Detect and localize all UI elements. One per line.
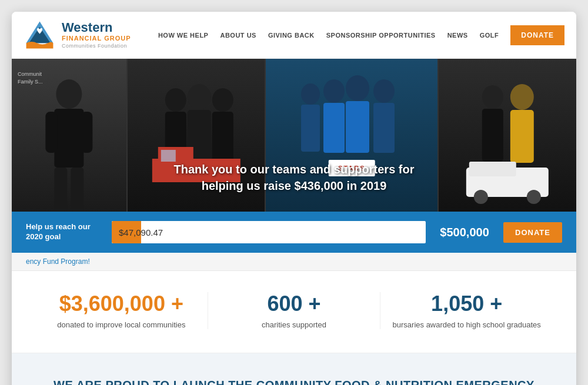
svg-rect-2 — [45, 112, 57, 153]
stat-number-bursaries: 1,050 + — [380, 292, 553, 316]
progress-bar-container: $47,090.47 — [112, 221, 426, 243]
stat-label-bursaries: bursaries awarded to high school graduat… — [380, 320, 553, 329]
logo-area: Western FINANCIAL GROUP Communities Foun… — [24, 19, 131, 51]
nav-link-giving-back[interactable]: GIVING BACK — [262, 27, 320, 43]
svg-rect-26 — [510, 110, 534, 163]
svg-rect-11 — [212, 112, 233, 165]
svg-rect-3 — [81, 112, 92, 153]
hero-subheadline: helping us raise $436,000 in 2019 — [202, 179, 387, 192]
cta-section: WE ARE PROUD TO LAUNCH THE COMMUNITY FOO… — [12, 353, 576, 385]
svg-rect-1 — [54, 109, 83, 168]
svg-rect-14 — [161, 150, 176, 162]
progress-donate-button[interactable]: DONATE — [503, 222, 562, 243]
hero-headline: Thank you to our teams and supporters fo… — [174, 163, 415, 176]
nav-donate-button[interactable]: DONATE — [510, 25, 564, 45]
stat-label-donations: donated to improve local communities — [35, 320, 208, 329]
stats-section: $3,600,000 + donated to improve local co… — [12, 271, 576, 353]
logo-communities: Communities Foundation — [62, 43, 131, 49]
nav-link-about-us[interactable]: ABOUT US — [214, 27, 262, 43]
svg-point-0 — [56, 79, 82, 109]
svg-rect-20 — [346, 101, 369, 153]
svg-rect-18 — [323, 103, 345, 153]
svg-point-6 — [165, 88, 186, 112]
stat-item-donations: $3,600,000 + donated to improve local co… — [35, 292, 208, 329]
nav-link-how-we-help[interactable]: HOW WE HELP — [152, 27, 215, 43]
stat-label-charities: charities supported — [208, 320, 380, 329]
logo-text: Western FINANCIAL GROUP Communities Foun… — [62, 21, 131, 48]
svg-rect-22 — [373, 103, 395, 153]
svg-point-10 — [212, 88, 233, 112]
logo-icon — [24, 19, 56, 51]
cta-title-line1: WE ARE PROUD TO LAUNCH THE COMMUNITY FOO… — [54, 379, 534, 385]
svg-point-25 — [510, 84, 534, 110]
progress-label: Help us reach our2020 goal — [26, 222, 102, 242]
hero-section: Communit Family S... — [12, 59, 576, 212]
svg-point-21 — [373, 79, 395, 103]
cta-title: WE ARE PROUD TO LAUNCH THE COMMUNITY FOO… — [35, 377, 553, 385]
nav-link-sponsorship[interactable]: SPONSORSHIP OPPORTUNITIES — [320, 27, 442, 43]
stat-item-charities: 600 + charities supported — [208, 292, 380, 329]
svg-point-23 — [482, 85, 503, 109]
svg-rect-16 — [301, 105, 320, 152]
svg-point-17 — [323, 79, 345, 103]
community-text: Communit Family S... — [18, 71, 43, 85]
nav-link-golf[interactable]: GOLF — [474, 27, 505, 43]
logo-financial: FINANCIAL GROUP — [62, 34, 131, 42]
scroll-ticker: ency Fund Program! — [12, 253, 576, 271]
svg-point-19 — [346, 75, 369, 101]
nav-links: HOW WE HELP ABOUT US GIVING BACK SPONSOR… — [152, 25, 564, 45]
navbar: Western FINANCIAL GROUP Communities Foun… — [12, 12, 576, 59]
progress-target: $500,000 — [435, 226, 494, 239]
progress-section: Help us reach our2020 goal $47,090.47 $5… — [12, 212, 576, 253]
hero-text-overlay: Thank you to our teams and supporters fo… — [12, 161, 576, 194]
svg-point-15 — [301, 83, 320, 105]
ticker-text: ency Fund Program! — [26, 257, 90, 266]
stat-number-charities: 600 + — [208, 292, 380, 316]
browser-window: Western FINANCIAL GROUP Communities Foun… — [12, 12, 576, 385]
svg-point-8 — [188, 84, 211, 110]
stat-item-bursaries: 1,050 + bursaries awarded to high school… — [380, 292, 553, 329]
logo-western: Western — [62, 21, 131, 34]
nav-link-news[interactable]: NEWS — [442, 27, 474, 43]
progress-bar-text: $47,090.47 — [119, 227, 163, 237]
stat-number-donations: $3,600,000 + — [35, 292, 208, 316]
svg-rect-24 — [482, 109, 503, 162]
